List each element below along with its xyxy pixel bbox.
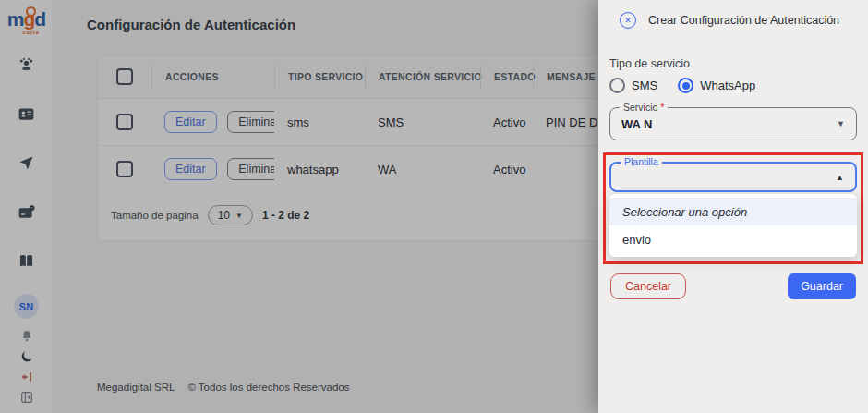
- close-icon: ✕: [624, 17, 632, 25]
- close-drawer-button[interactable]: ✕: [620, 12, 636, 29]
- modal-backdrop[interactable]: [0, 0, 598, 413]
- chevron-down-icon: ▼: [837, 119, 845, 128]
- chevron-up-icon: ▲: [836, 173, 844, 182]
- radio-sms-label: SMS: [632, 79, 657, 92]
- drawer-body: Tipo de servicio SMS WhatsApp Servicio *…: [598, 57, 868, 299]
- radio-sms[interactable]: SMS: [609, 78, 657, 93]
- plantilla-label: Plantilla: [621, 156, 662, 167]
- servicio-label: Servicio *: [620, 102, 668, 113]
- annotation-highlight-box: Plantilla ▲ Seleccionar una opción envio: [603, 152, 863, 264]
- servicio-select[interactable]: Servicio * WA N ▼: [609, 107, 857, 140]
- drawer-header: ✕ Crear Configuración de Autenticación: [598, 0, 868, 29]
- plantilla-options-listbox: Seleccionar una opción envio: [609, 194, 857, 257]
- create-auth-config-drawer: ✕ Crear Configuración de Autenticación T…: [598, 0, 868, 413]
- app-root: mgd suite: [0, 0, 868, 413]
- service-type-label: Tipo de servicio: [609, 57, 857, 70]
- radio-whatsapp[interactable]: WhatsApp: [678, 78, 755, 93]
- drawer-actions: Cancelar Guardar: [609, 273, 857, 299]
- option-envio[interactable]: envio: [609, 225, 857, 253]
- servicio-value: WA N: [621, 117, 652, 131]
- radio-circle-checked-icon: [678, 78, 693, 93]
- radio-whatsapp-label: WhatsApp: [700, 79, 755, 92]
- radio-circle-icon: [609, 78, 625, 93]
- option-placeholder[interactable]: Seleccionar una opción: [609, 198, 857, 225]
- drawer-title: Crear Configuración de Autenticación: [648, 14, 839, 27]
- left-region: mgd suite: [0, 0, 598, 413]
- save-button[interactable]: Guardar: [788, 273, 856, 299]
- cancel-button[interactable]: Cancelar: [610, 273, 686, 299]
- plantilla-select[interactable]: Plantilla ▲: [609, 162, 857, 192]
- required-asterisk: *: [660, 102, 664, 113]
- service-type-radio-group: SMS WhatsApp: [609, 78, 857, 93]
